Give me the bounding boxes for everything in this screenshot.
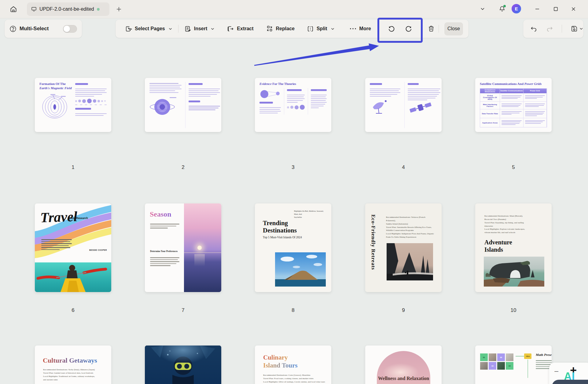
insert-button[interactable]: Insert [180,22,219,35]
page-thumbnail-3[interactable]: Evidence For The Theories [255,78,331,132]
page6-text-lines [41,238,72,251]
info-line: Farm-To-Table Dining Experiences [386,236,416,238]
close-icon [571,6,576,12]
home-icon [10,5,17,13]
page-thumbnail-9[interactable]: Eco-Friendly Retreats Recommended Destin… [365,203,442,292]
multi-select-toggle[interactable] [63,25,77,33]
page-number: 8 [255,307,331,313]
page-thumbnail-1[interactable]: Formation Of The Earth's Magnetic Field [35,78,111,132]
minimize-button[interactable] [532,4,542,14]
redo-button[interactable] [544,23,555,34]
planet-diagram [149,95,179,117]
page13-title: Culinary Island Tours [263,353,298,370]
info-line: Recommended Destinations: Maui (Hawaii), [484,215,523,217]
page-number: 6 [35,307,111,313]
arch-photo [484,257,544,287]
new-tab-button[interactable] [114,5,123,14]
split-button[interactable]: Split [303,22,339,35]
multi-select-panel: Multi-Select [5,20,82,38]
notification-dot [503,5,506,7]
redo-icon [546,25,553,32]
info-line: Bocas del Toro (Panama) [484,218,506,221]
more-label: More [359,26,371,31]
extract-icon [227,25,234,32]
rotate-right-button[interactable] [403,23,414,34]
page-thumbnail-12[interactable] [145,346,221,384]
info-line: itineraries [484,225,493,227]
extract-button[interactable]: Extract [223,22,257,35]
satellite-drawing [408,101,433,114]
maximize-button[interactable] [551,4,560,14]
info-line: Recommended Destinations: Sicily (Italy)… [43,368,95,371]
page13-info: Recommended Destinations: Crete (Greece)… [263,374,327,384]
page-number: 9 [365,307,442,313]
highlight-box [377,18,423,43]
page-number: 4 [365,164,442,170]
page-thumbnail-6[interactable]: Trend Research Travel BESSIE COOPER [35,203,111,292]
rock-scene [387,243,433,280]
rotate-group [379,22,421,35]
delete-page-button[interactable] [426,23,437,34]
annotation-arrow [0,0,588,384]
info-line: Recommended Destinations: Tetiaroa (Fren… [386,216,425,222]
page-thumbnail-15[interactable]: 01 02 03 04 idea Math Presentation [475,346,552,384]
info-line: Sumba Island (Indonesia) [386,223,408,225]
tab-title: UPDF-2.0-cant-be-edited [39,6,94,12]
avatar[interactable]: E [512,4,521,13]
page11-title: Cultural Getaways [43,357,97,364]
page1-right [75,82,107,128]
split-icon [307,25,314,32]
page-thumbnail-10[interactable]: Recommended Destinations: Maui (Hawaii),… [475,203,552,292]
page3-title-em: Evidence [259,82,272,86]
dome-photo: Wellness and Relaxation [377,351,430,384]
page-thumbnail-5[interactable]: Satellite Communications And Power Grids… [475,78,552,132]
page7-body-lines [150,256,179,267]
page5-title: Satellite Communications And [480,82,524,86]
page-thumbnail-4[interactable] [365,78,442,132]
chevron-down-icon [331,27,335,31]
select-pages-button[interactable]: Select Pages [121,22,176,35]
page-number: 7 [145,307,221,313]
close-organizer-button[interactable]: Close [444,22,463,35]
notifications-button[interactable] [497,4,507,14]
page3-col2 [284,88,305,115]
chevron-down-icon [579,27,583,31]
document-tab[interactable]: UPDF-2.0-cant-be-edited [27,2,109,16]
save-button[interactable] [569,23,585,34]
select-pages-label: Select Pages [135,26,165,31]
dish-antenna-drawing [370,98,392,115]
page-thumbnail-13[interactable]: Culinary Island Tours Recommended Destin… [255,346,331,384]
page-thumbnail-11[interactable]: Cultural Getaways Recommended Destinatio… [35,346,111,384]
info-line: Wildlife Conservation Programs [386,229,414,232]
help-icon[interactable] [9,25,17,32]
tabs-dropdown-button[interactable] [478,4,487,14]
info-line: Travel Plan: Food tours, cooking classes… [263,377,314,380]
page9-info: Recommended Destinations: Tetiaroa (Fren… [386,216,435,239]
chevron-down-icon [480,6,485,11]
more-button[interactable]: More [345,22,375,35]
corner-widget[interactable] [552,380,588,384]
zoom-out-button[interactable]: − [554,367,559,376]
rotate-left-button[interactable] [386,23,397,34]
page-thumbnail-14[interactable]: Wellness and Relaxation [365,346,442,384]
info-line: Travel Plan: Kayaking, zip-lining, and s… [484,221,524,224]
light-rays [157,346,209,364]
page1-title-line1: Formation Of The [39,82,66,86]
replace-button[interactable]: Replace [262,22,299,35]
page-thumbnail-2[interactable] [145,78,221,132]
underwater-photo [145,346,221,384]
table-row-label: Main Interfacing Factors [480,101,500,109]
window-close-button[interactable] [568,4,578,14]
bell-icon [499,5,505,12]
home-button[interactable] [9,4,18,14]
page1-title-line2: Earth's Magnetic Field [39,86,72,90]
page8-subtitle: Top 5 Must-Visit Islands Of 2024 [263,236,302,239]
monitor-icon [31,6,37,12]
undo-button[interactable] [528,23,539,34]
page-thumbnail-8[interactable]: Highlights On Bali, Maldives, Seasonal, … [255,203,331,292]
page-thumbnail-7[interactable]: Season Determine Your Preferences [145,203,221,292]
info-line: Recommended Destinations: Crete (Greece)… [263,374,311,376]
chevron-down-icon [168,27,172,31]
rocks-photo [387,243,433,280]
sunset-photo [184,203,221,292]
